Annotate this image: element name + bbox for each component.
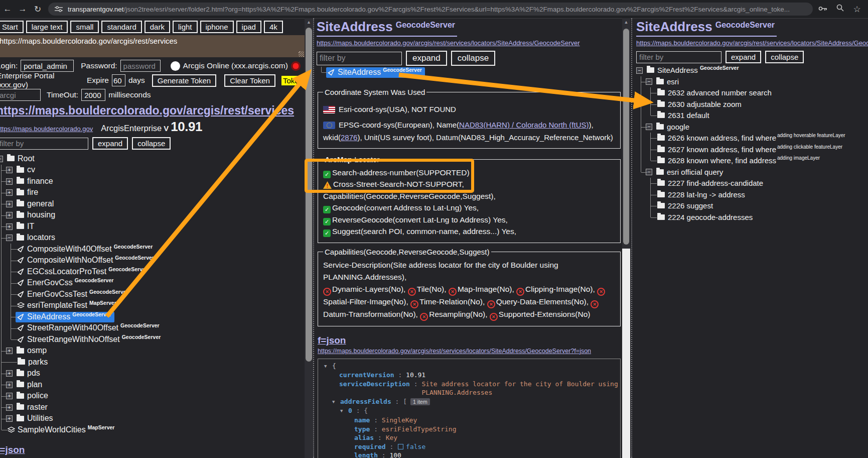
- address-bar[interactable]: transparentgov.net/json2tree/esri/server…: [48, 3, 813, 16]
- enterprise-portal-radio[interactable]: [171, 61, 180, 71]
- tree-item-2628-known-where-find-address[interactable]: 2628 known where, find addressadding ima…: [655, 156, 823, 166]
- scroll-up-icon[interactable]: ▲: [305, 18, 313, 27]
- middle-panel-scrollbar[interactable]: ▲: [305, 18, 313, 458]
- tree-item-parks[interactable]: parks: [16, 357, 51, 368]
- tree-item-2228-lat-lng-address[interactable]: 2228 lat-lng -> address: [655, 190, 748, 200]
- tree-item-cv[interactable]: cv: [15, 165, 38, 175]
- timeout-input[interactable]: [81, 89, 105, 101]
- middle-fjson-link[interactable]: f=json: [318, 335, 346, 346]
- left-fjson-link[interactable]: f=json: [0, 444, 25, 455]
- tree-item-streetrangewith40offset[interactable]: StreetRangeWith40OffsetGeocodeServer: [16, 323, 163, 333]
- tree-item-2631-default[interactable]: 2631 default: [655, 110, 712, 121]
- toolbar-button-ipad[interactable]: ipad: [236, 21, 261, 33]
- left-collapse-button[interactable]: collapse: [132, 137, 171, 150]
- folder-icon: [17, 348, 24, 354]
- tree-item-general[interactable]: general: [15, 199, 57, 209]
- toolbar-button-iphone[interactable]: iphone: [200, 21, 234, 33]
- toolbar-button-standard[interactable]: standard: [101, 21, 141, 33]
- toolbar-button-4k[interactable]: 4k: [264, 21, 283, 33]
- right-expand-button[interactable]: expand: [726, 51, 761, 63]
- collapse-arrow-icon[interactable]: ▼: [340, 407, 348, 416]
- epsg-name-link[interactable]: NAD83(HARN) / Colorado North (ftUS): [459, 121, 589, 129]
- wkid-link[interactable]: 2876: [341, 133, 357, 142]
- tree-item-utilities[interactable]: Utilities: [15, 413, 56, 424]
- tree-item-siteaddress[interactable]: SiteAddressGeocodeServer: [645, 65, 742, 75]
- site-settings-icon[interactable]: [55, 6, 64, 13]
- examples-title[interactable]: SiteAddressGeocodeServer: [636, 19, 777, 37]
- tree-item-2630-adjustable-zoom[interactable]: 2630 adjustable zoom: [655, 99, 745, 109]
- back-icon[interactable]: ←: [0, 4, 15, 14]
- left-expand-button[interactable]: expand: [92, 137, 128, 150]
- tree-item-2227-find-address-candidate[interactable]: 2227 find-address-candidate: [655, 178, 766, 188]
- toolbar-button-Start[interactable]: Start: [0, 21, 24, 33]
- service-url-textarea[interactable]: https://maps.bouldercolorado.gov/arcgis/…: [0, 35, 305, 57]
- tree-item-finance[interactable]: finance: [15, 176, 56, 187]
- tree-item-root[interactable]: Root: [5, 154, 38, 164]
- scrollbar-thumb[interactable]: [623, 29, 629, 245]
- middle-collapse-button[interactable]: collapse: [451, 51, 495, 66]
- bookmark-star-icon[interactable]: ☆: [852, 4, 862, 15]
- tree-item-2226-suggest[interactable]: 2226 suggest: [655, 201, 716, 211]
- collapse-arrow-icon[interactable]: ▼: [324, 362, 332, 371]
- tree-item-raster[interactable]: raster: [15, 402, 51, 413]
- tree-item-siteaddress[interactable]: SiteAddressGeocodeServer: [16, 312, 114, 322]
- tree-item-egcsslocatorprotest[interactable]: EGCssLocatorProTestGeocodeServer: [16, 267, 151, 277]
- scrollbar-thumb[interactable]: [306, 28, 312, 362]
- tree-item-energovcss[interactable]: EnerGovCssGeocodeServer: [16, 278, 116, 288]
- zoom-icon[interactable]: [835, 4, 845, 14]
- generate-token-button[interactable]: Generate Token: [152, 74, 216, 87]
- middle-fjson-url-link[interactable]: https://maps.bouldercolorado.gov/arcgis/…: [318, 348, 626, 355]
- tree-item-pds[interactable]: pds: [15, 368, 43, 379]
- tree-item-locators[interactable]: locators: [15, 233, 58, 243]
- tree-item-energovcsstest[interactable]: EnerGovCssTestGeocodeServer: [16, 289, 131, 300]
- tree-item-police[interactable]: police: [15, 391, 51, 401]
- password-input[interactable]: [120, 60, 161, 72]
- tree-item-streetrangewithnooffset[interactable]: StreetRangeWithNoOffsetGeocodeServer: [16, 334, 164, 345]
- tree-expander-icon[interactable]: −: [636, 67, 643, 74]
- collapse-arrow-icon[interactable]: ▼: [332, 398, 340, 407]
- tree-item-esri[interactable]: esri: [654, 77, 682, 87]
- tree-item-sampleworldcities[interactable]: SampleWorldCitiesMapServer: [6, 425, 117, 435]
- tree-item-plan[interactable]: plan: [15, 380, 45, 390]
- right-panel-scrollbar[interactable]: ▲: [622, 18, 630, 458]
- tree-item-siteaddress[interactable]: SiteAddressGeocodeServer: [326, 67, 425, 78]
- tree-item-google[interactable]: google: [654, 122, 692, 132]
- tree-item-2626-known-address-find-where[interactable]: 2626 known address, find whereadding hov…: [655, 133, 848, 143]
- tree-item-fire[interactable]: fire: [15, 187, 41, 198]
- tree-item-esritemplatetest[interactable]: esriTemplateTestMapServer: [16, 300, 119, 311]
- examples-url-link[interactable]: https://maps.bouldercolorado.gov/arcgis/…: [636, 39, 868, 47]
- login-input[interactable]: [21, 60, 74, 72]
- right-collapse-button[interactable]: collapse: [765, 51, 804, 63]
- reload-icon[interactable]: ↻: [30, 4, 45, 15]
- password-key-icon[interactable]: [818, 4, 828, 14]
- tree-item-2632-advanced-number-search[interactable]: 2632 advanced number search: [655, 88, 775, 98]
- tree-item-esri-official-query[interactable]: esri official query: [654, 167, 726, 177]
- toolbar-button-small[interactable]: small: [70, 21, 99, 33]
- tree-item-it[interactable]: IT: [15, 221, 37, 232]
- tree-expander-icon[interactable]: −: [0, 156, 3, 162]
- tree-item-osmp[interactable]: osmp: [15, 346, 50, 356]
- tree-item-2224-geocode-addresses[interactable]: 2224 geocode-addresses: [655, 212, 756, 222]
- clear-token-button[interactable]: Clear Token: [224, 74, 275, 87]
- toolbar-button-large-text[interactable]: large text: [26, 21, 68, 33]
- right-filter-input[interactable]: [636, 51, 721, 63]
- arcgis-online-radio[interactable]: [291, 61, 301, 71]
- tree-item-2627-known-address-find-where[interactable]: 2627 known address, find whereadding cli…: [655, 145, 845, 155]
- tree-item-compositewithnooffset[interactable]: CompositeWithNoOffsetGeocodeServer: [16, 255, 157, 266]
- left-filter-input[interactable]: [0, 138, 88, 150]
- toolbar-button-light[interactable]: light: [173, 21, 198, 33]
- tree-item-compositewith40offset[interactable]: CompositeWith40OffsetGeocodeServer: [16, 244, 156, 255]
- middle-expand-button[interactable]: expand: [406, 51, 447, 66]
- forward-icon[interactable]: →: [15, 4, 30, 14]
- arcgis-filter-input[interactable]: [0, 89, 41, 101]
- service-url-link[interactable]: https://maps.bouldercolorado.gov/arcgis/…: [317, 39, 626, 47]
- expire-days-input[interactable]: [112, 74, 125, 86]
- tree-item-housing[interactable]: housing: [15, 210, 58, 220]
- scrollbar-track[interactable]: [622, 249, 630, 458]
- services-root-link[interactable]: https://maps.bouldercolorado.gov/arcgis/…: [0, 104, 294, 118]
- service-title[interactable]: SiteAddressGeocodeServer: [317, 19, 457, 37]
- server-host-link[interactable]: https://maps.bouldercolorado.gov: [0, 125, 93, 133]
- middle-filter-input[interactable]: [317, 52, 402, 65]
- toolbar-button-dark[interactable]: dark: [144, 21, 170, 33]
- scroll-up-icon[interactable]: ▲: [622, 18, 630, 27]
